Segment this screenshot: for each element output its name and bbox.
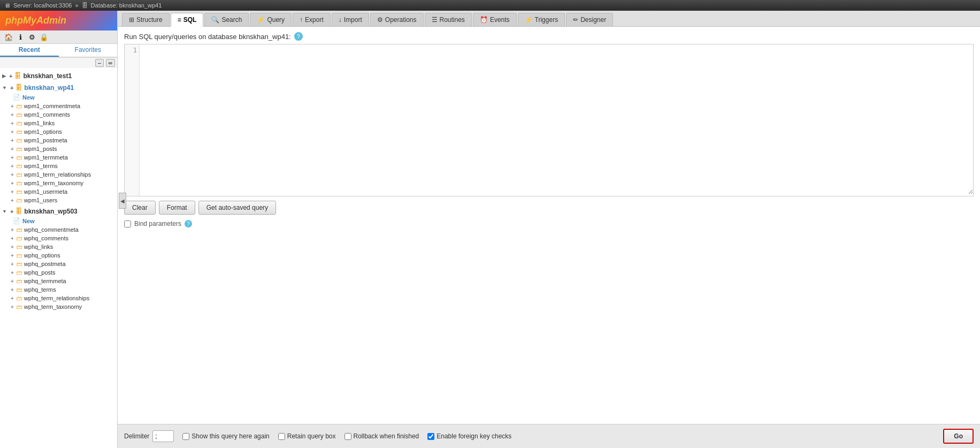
get-autosaved-button[interactable]: Get auto-saved query (198, 201, 276, 215)
sql-textarea[interactable] (125, 44, 973, 194)
db-header-bknskhan-wp503[interactable]: ▼ + 🗄 bknskhan_wp503 (0, 207, 117, 216)
table-wpm1-usermeta[interactable]: + 🗃 wpm1_usermeta (0, 187, 117, 196)
table-name[interactable]: wpm1_termmeta (24, 154, 68, 161)
tab-triggers[interactable]: ⚡ Triggers (518, 13, 565, 26)
tab-favorites[interactable]: Favorites (59, 44, 118, 57)
table-name[interactable]: wphq_terms (24, 286, 56, 293)
retain-query-label[interactable]: Retain query box (278, 432, 336, 440)
tab-query-label[interactable]: Query (267, 16, 285, 24)
table-name[interactable]: wpm1_users (24, 197, 57, 203)
table-wphq-term-taxonomy[interactable]: + 🗃 wphq_term_taxonomy (0, 302, 117, 311)
foreign-key-checkbox[interactable] (427, 433, 434, 440)
bind-params-label[interactable]: Bind parameters (134, 220, 181, 227)
clear-button[interactable]: Clear (124, 201, 156, 215)
table-wpm1-options[interactable]: + 🗃 wpm1_options (0, 127, 117, 136)
table-name[interactable]: wpm1_usermeta (24, 188, 67, 195)
tab-recent[interactable]: Recent (0, 44, 59, 57)
expand-all-btn[interactable]: ∞ (106, 59, 115, 67)
format-button[interactable]: Format (159, 201, 195, 215)
table-name[interactable]: wphq_links (24, 244, 53, 250)
expand-icon-wp503[interactable]: ▼ (2, 209, 7, 214)
db-header-bknskhan-wp41[interactable]: ▼ + 🗄 bknskhan_wp41 (0, 83, 117, 93)
tab-query[interactable]: ⚡ Query (250, 13, 292, 26)
tab-import[interactable]: ↓ Import (332, 13, 369, 26)
foreign-key-label[interactable]: Enable foreign key checks (427, 432, 511, 440)
tab-events[interactable]: ⏰ Events (473, 13, 517, 26)
table-name[interactable]: wphq_term_relationships (24, 295, 89, 301)
collapse-all-btn[interactable]: – (95, 59, 104, 67)
delimiter-input[interactable] (152, 430, 174, 442)
table-wpm1-termmeta[interactable]: + 🗃 wpm1_termmeta (0, 153, 117, 162)
new-label-wp41[interactable]: New (22, 94, 35, 101)
table-name[interactable]: wpm1_links (24, 120, 55, 126)
db-name-wp41[interactable]: bknskhan_wp41 (24, 84, 74, 92)
exit-icon[interactable]: 🔒 (40, 33, 48, 41)
table-wphq-posts[interactable]: + 🗃 wphq_posts (0, 268, 117, 277)
retain-query-checkbox[interactable] (278, 433, 285, 440)
bind-params-checkbox[interactable] (124, 221, 131, 227)
table-wpm1-users[interactable]: + 🗃 wpm1_users (0, 196, 117, 204)
table-wphq-commentmeta[interactable]: + 🗃 wphq_commentmeta (0, 225, 117, 234)
table-wphq-options[interactable]: + 🗃 wphq_options (0, 251, 117, 260)
tab-structure-label[interactable]: Structure (136, 16, 163, 24)
table-wphq-comments[interactable]: + 🗃 wphq_comments (0, 234, 117, 242)
collapse-panel-btn[interactable]: ◀ (119, 193, 126, 209)
table-wphq-term-relationships[interactable]: + 🗃 wphq_term_relationships (0, 294, 117, 302)
table-name[interactable]: wphq_comments (24, 235, 68, 241)
table-name[interactable]: wphq_termmeta (24, 278, 66, 284)
rollback-checkbox[interactable] (344, 433, 351, 440)
tab-designer-label[interactable]: Designer (580, 16, 606, 24)
tab-routines[interactable]: ☰ Routines (425, 13, 472, 26)
tab-operations-label[interactable]: Operations (385, 16, 417, 24)
table-name[interactable]: wphq_posts (24, 269, 56, 276)
table-wphq-termmeta[interactable]: + 🗃 wphq_termmeta (0, 277, 117, 285)
table-wpm1-comments[interactable]: + 🗃 wpm1_comments (0, 110, 117, 119)
table-wpm1-posts[interactable]: + 🗃 wpm1_posts (0, 145, 117, 153)
table-name[interactable]: wphq_term_taxonomy (24, 303, 82, 310)
table-name[interactable]: wpm1_options (24, 128, 62, 135)
go-button[interactable]: Go (943, 429, 974, 444)
home-icon[interactable]: 🏠 (4, 33, 13, 41)
show-query-label[interactable]: Show this query here again (182, 432, 269, 440)
table-name[interactable]: wpm1_comments (24, 111, 70, 118)
tab-export[interactable]: ↑ Export (293, 13, 331, 26)
db-name-test1[interactable]: bknskhan_test1 (23, 72, 72, 80)
table-name[interactable]: wpm1_term_relationships (24, 171, 91, 178)
tab-search-label[interactable]: Search (221, 16, 242, 24)
table-name[interactable]: wpm1_terms (24, 163, 58, 169)
new-label-wp503[interactable]: New (22, 218, 35, 224)
table-name[interactable]: wpm1_postmeta (24, 137, 67, 143)
table-name[interactable]: wphq_postmeta (24, 261, 66, 267)
tab-events-label[interactable]: Events (490, 16, 510, 24)
table-wpm1-postmeta[interactable]: + 🗃 wpm1_postmeta (0, 136, 117, 145)
expand-icon-wp41[interactable]: ▼ (2, 85, 7, 90)
tab-designer[interactable]: ✏ Designer (566, 13, 613, 26)
expand-icon-test1[interactable]: ▶ (2, 73, 6, 79)
settings-icon[interactable]: ⚙ (28, 33, 36, 41)
table-wpm1-terms[interactable]: + 🗃 wpm1_terms (0, 162, 117, 170)
tab-sql[interactable]: ≡ SQL (171, 13, 204, 27)
db-name-wp503[interactable]: bknskhan_wp503 (24, 208, 77, 215)
info-icon[interactable]: ℹ (16, 33, 25, 41)
table-wphq-postmeta[interactable]: + 🗃 wphq_postmeta (0, 260, 117, 268)
table-name[interactable]: wphq_options (24, 252, 60, 259)
tab-routines-label[interactable]: Routines (440, 16, 465, 24)
table-wpm1-term-relationships[interactable]: + 🗃 wpm1_term_relationships (0, 170, 117, 179)
table-wphq-links[interactable]: + 🗃 wphq_links (0, 242, 117, 251)
table-wpm1-links[interactable]: + 🗃 wpm1_links (0, 119, 117, 127)
table-wpm1-term-taxonomy[interactable]: + 🗃 wpm1_term_taxonomy (0, 179, 117, 187)
query-header-info-icon[interactable]: ? (294, 32, 303, 41)
db-header-bknskhan-test1[interactable]: ▶ + 🗄 bknskhan_test1 (0, 71, 117, 81)
tab-search[interactable]: 🔍 Search (204, 13, 249, 26)
tab-import-label[interactable]: Import (344, 16, 362, 24)
table-name[interactable]: wpm1_commentmeta (24, 103, 80, 109)
table-wphq-terms[interactable]: + 🗃 wphq_terms (0, 285, 117, 294)
tab-triggers-label[interactable]: Triggers (535, 16, 558, 24)
tab-structure[interactable]: ⊞ Structure (122, 13, 170, 26)
new-table-wp503[interactable]: 📄 New (0, 216, 117, 225)
show-query-checkbox[interactable] (182, 433, 189, 440)
bind-params-help-icon[interactable]: ? (185, 220, 192, 227)
tab-export-label[interactable]: Export (305, 16, 324, 24)
table-name[interactable]: wphq_commentmeta (24, 226, 79, 233)
table-name[interactable]: wpm1_term_taxonomy (24, 180, 83, 186)
